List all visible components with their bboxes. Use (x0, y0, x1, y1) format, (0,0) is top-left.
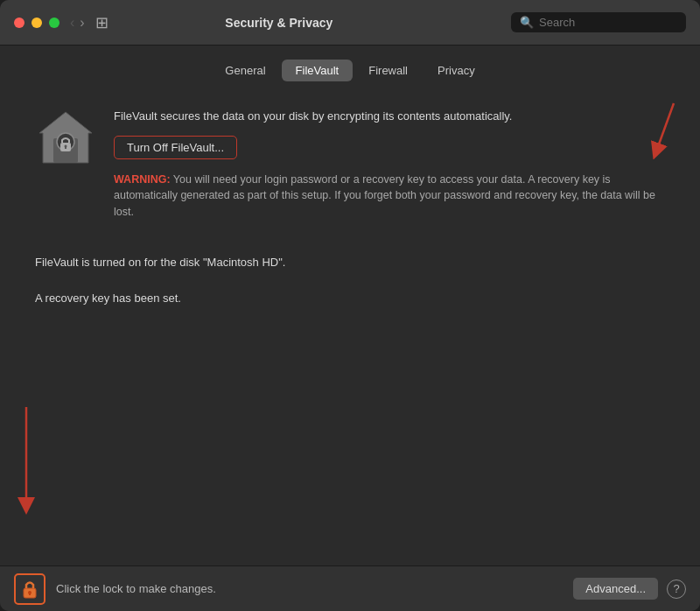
tab-firewall[interactable]: Firewall (354, 60, 422, 81)
info-block: FileVault is turned on for the disk "Mac… (35, 254, 665, 308)
lock-icon (21, 579, 38, 599)
svg-rect-7 (65, 146, 66, 149)
window-title: Security & Privacy (47, 16, 511, 30)
description-block: FileVault secures the data on your disk … (114, 108, 665, 221)
lock-button[interactable] (14, 573, 46, 605)
top-section: FileVault secures the data on your disk … (35, 108, 665, 221)
tab-general[interactable]: General (211, 60, 279, 81)
status-line: FileVault is turned on for the disk "Mac… (35, 254, 665, 272)
warning-text: You will need your login password or a r… (114, 173, 655, 219)
close-button[interactable] (14, 18, 24, 28)
tab-privacy[interactable]: Privacy (424, 60, 489, 81)
window: ‹ › ⊞ Security & Privacy 🔍 General FileV… (0, 0, 700, 611)
turn-off-filevault-button[interactable]: Turn Off FileVault... (114, 136, 237, 159)
svg-rect-10 (29, 593, 31, 595)
titlebar: ‹ › ⊞ Security & Privacy 🔍 (0, 0, 700, 46)
help-symbol: ? (673, 582, 679, 595)
warning-label: WARNING: (114, 173, 171, 186)
tab-filevault[interactable]: FileVault (282, 60, 354, 81)
minimize-button[interactable] (32, 18, 42, 28)
search-bar: 🔍 (511, 12, 686, 32)
recovery-key-line: A recovery key has been set. (35, 290, 665, 308)
filevault-icon (35, 108, 96, 169)
advanced-button[interactable]: Advanced... (573, 578, 658, 600)
lock-text: Click the lock to make changes. (56, 582, 573, 595)
content-wrapper: FileVault secures the data on your disk … (0, 90, 700, 565)
house-lock-icon (36, 109, 95, 168)
help-button[interactable]: ? (667, 579, 686, 599)
tabs-row: General FileVault Firewall Privacy (0, 46, 700, 90)
warning-block: WARNING: You will need your login passwo… (114, 172, 665, 221)
main-content: FileVault secures the data on your disk … (0, 90, 700, 565)
description-text: FileVault secures the data on your disk … (114, 108, 665, 125)
search-icon: 🔍 (520, 16, 534, 29)
bottom-bar: Click the lock to make changes. Advanced… (0, 565, 700, 611)
search-input[interactable] (539, 16, 677, 29)
